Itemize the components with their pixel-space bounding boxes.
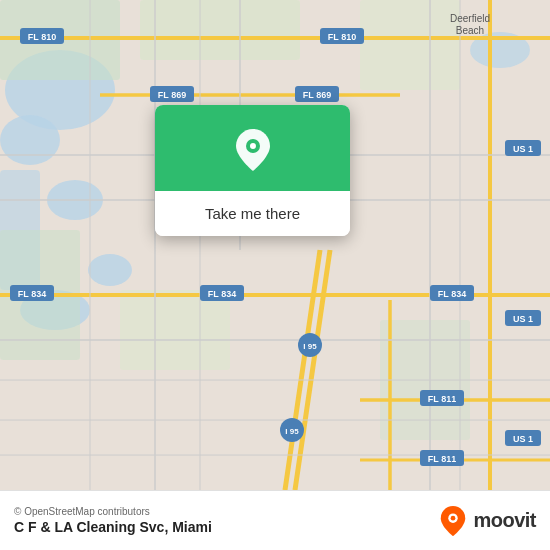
svg-text:FL 834: FL 834 (438, 289, 466, 299)
location-pin-icon (233, 127, 273, 173)
svg-text:FL 869: FL 869 (158, 90, 186, 100)
svg-text:FL 834: FL 834 (208, 289, 236, 299)
moovit-pin-icon (439, 505, 467, 537)
svg-rect-11 (120, 290, 230, 370)
attribution-text: © OpenStreetMap contributors (14, 506, 212, 517)
svg-text:FL 811: FL 811 (428, 454, 456, 464)
moovit-logo: moovit (439, 505, 536, 537)
moovit-text: moovit (473, 509, 536, 532)
svg-text:FL 869: FL 869 (303, 90, 331, 100)
svg-text:FL 810: FL 810 (328, 32, 356, 42)
svg-text:I 95: I 95 (285, 427, 299, 436)
svg-point-4 (88, 254, 132, 286)
svg-text:FL 811: FL 811 (428, 394, 456, 404)
svg-rect-12 (360, 0, 460, 90)
svg-point-68 (250, 143, 256, 149)
svg-text:US 1: US 1 (513, 314, 533, 324)
svg-text:Beach: Beach (456, 25, 484, 36)
svg-text:US 1: US 1 (513, 434, 533, 444)
take-me-there-button[interactable]: Take me there (155, 191, 350, 236)
footer: © OpenStreetMap contributors C F & LA Cl… (0, 490, 550, 550)
svg-text:US 1: US 1 (513, 144, 533, 154)
svg-text:FL 834: FL 834 (18, 289, 46, 299)
svg-text:FL 810: FL 810 (28, 32, 56, 42)
svg-point-2 (0, 115, 60, 165)
popup-card: Take me there (155, 105, 350, 236)
map-background: FL 810 FL 810 FL 869 FL 869 FL 834 FL 83… (0, 0, 550, 490)
popup-green-header (155, 105, 350, 191)
footer-left: © OpenStreetMap contributors C F & LA Cl… (14, 506, 212, 535)
svg-text:I 95: I 95 (303, 342, 317, 351)
svg-text:Deerfield: Deerfield (450, 13, 490, 24)
location-name: C F & LA Cleaning Svc, Miami (14, 519, 212, 535)
svg-point-70 (451, 515, 456, 520)
svg-rect-9 (140, 0, 300, 60)
map-container[interactable]: FL 810 FL 810 FL 869 FL 869 FL 834 FL 83… (0, 0, 550, 490)
